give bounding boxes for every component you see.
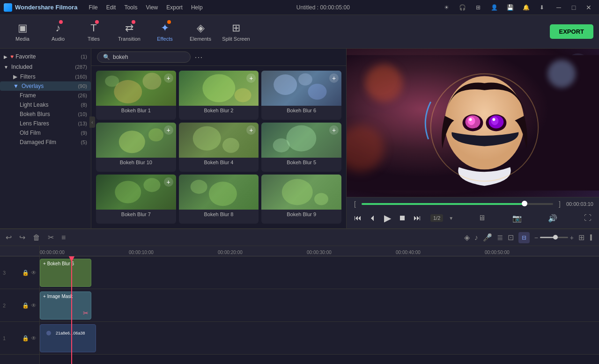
menu-export[interactable]: Export: [163, 3, 186, 12]
progress-bar-container: [ ] 00:00:03:10: [352, 200, 593, 208]
svg-point-10: [192, 126, 221, 151]
track-eye-1[interactable]: 👁: [31, 335, 37, 342]
transition-icon-tl[interactable]: ◈: [464, 233, 470, 242]
sidebar-item-filters[interactable]: ▶ Filters (160): [0, 72, 91, 81]
export-button[interactable]: EXPORT: [550, 24, 593, 39]
included-arrow-icon: ▼: [4, 65, 8, 70]
tool-split-screen[interactable]: ⊞ Split Screen: [219, 17, 253, 46]
effect-card-bokeh-blur-10[interactable]: + Bokeh Blur 10: [96, 123, 176, 172]
headphone-icon[interactable]: 🎧: [456, 1, 469, 14]
clip-video[interactable]: 21a8e6...06a38: [40, 324, 96, 352]
fit-button[interactable]: ⊞: [578, 233, 584, 242]
redo-button[interactable]: ↪: [19, 233, 25, 242]
save-icon[interactable]: 💾: [503, 1, 517, 14]
effect-card-bokeh-blur-8[interactable]: Bokeh Blur 8: [179, 175, 259, 224]
effect-card-bokeh-blur-7[interactable]: + Bokeh Blur 7: [96, 175, 176, 224]
tool-effects[interactable]: ✦ Effects: [148, 17, 182, 46]
sidebar-item-frame[interactable]: Frame (26): [0, 91, 91, 100]
bracket-right-icon[interactable]: ]: [557, 200, 562, 208]
track-eye-3[interactable]: 👁: [31, 269, 37, 276]
tool-media[interactable]: ▣ Media: [6, 17, 39, 46]
app-name: Wondershare Filmora: [15, 4, 77, 11]
minimize-button[interactable]: ─: [552, 2, 565, 13]
zoom-slider[interactable]: [540, 237, 568, 238]
delete-button[interactable]: 🗑: [33, 233, 40, 242]
download-icon[interactable]: ⬇: [535, 1, 548, 14]
volume-icon[interactable]: 🔊: [546, 212, 559, 225]
sidebar-count-bokeh-blurs: (10): [78, 111, 87, 117]
sidebar-item-old-film[interactable]: Old Film (9): [0, 128, 91, 138]
effect-name-bokeh-blur-1: Bokeh Blur 1: [96, 106, 176, 115]
close-button[interactable]: ✕: [582, 2, 595, 13]
menu-edit[interactable]: Edit: [103, 3, 120, 12]
track-lock-1[interactable]: 🔒: [22, 335, 29, 342]
bracket-left-icon[interactable]: [: [352, 200, 358, 208]
stop-button[interactable]: ⏹: [397, 212, 408, 224]
grid-toggle-icon[interactable]: ⋯: [194, 52, 203, 62]
audio-icon-tl[interactable]: ♪: [474, 233, 478, 242]
menu-tools[interactable]: Tools: [120, 3, 141, 12]
effect-card-bokeh-blur-2[interactable]: + Bokeh Blur 2: [179, 71, 259, 120]
sidebar-item-lens-flares[interactable]: Lens Flares (13): [0, 119, 91, 128]
effect-card-bokeh-blur-4[interactable]: + Bokeh Blur 4: [179, 123, 259, 172]
play-button[interactable]: ▶: [382, 211, 393, 226]
effect-thumb-bokeh-blur-7: +: [96, 175, 176, 210]
fullscreen-icon[interactable]: ⛶: [582, 212, 593, 224]
scissors-button[interactable]: ✂: [48, 233, 54, 242]
tool-elements[interactable]: ◈ Elements: [184, 17, 217, 46]
ruler-mark-4: 00:00:40:00: [396, 246, 421, 256]
snap-button[interactable]: ⊟: [518, 232, 530, 243]
clip-bokeh-blur-6[interactable]: + Bokeh Blur 6: [40, 259, 91, 287]
sun-icon[interactable]: ☀: [440, 1, 453, 14]
scissors-indicator: ✂: [83, 309, 89, 317]
svg-point-13: [273, 138, 290, 153]
sidebar-item-favorite[interactable]: ▶ ♥ Favorite (1): [0, 51, 91, 62]
menu-view[interactable]: View: [142, 3, 162, 12]
sidebar-toggle[interactable]: ‹: [89, 116, 95, 128]
progress-bar[interactable]: [362, 203, 553, 205]
search-box[interactable]: 🔍: [97, 51, 191, 63]
step-fwd-button[interactable]: ⏭: [412, 212, 423, 224]
ruler-mark-2: 00:00:20:00: [218, 246, 243, 256]
bell-icon[interactable]: 🔔: [519, 1, 532, 14]
effect-card-bokeh-blur-9[interactable]: Bokeh Blur 9: [261, 175, 341, 224]
step-back-button[interactable]: ⏴: [367, 212, 378, 224]
tool-audio[interactable]: ♪ Audio: [41, 17, 75, 46]
screenshot-icon[interactable]: 📷: [510, 212, 524, 225]
elements-icon[interactable]: ⊞: [472, 1, 485, 14]
voice-icon-tl[interactable]: 🎤: [483, 233, 492, 242]
rewind-button[interactable]: ⏮: [352, 212, 363, 224]
expand-button[interactable]: ⫿: [589, 233, 593, 242]
clip-image-mask[interactable]: + Image Mask ✂: [40, 291, 91, 320]
effect-card-bokeh-blur-6[interactable]: + Bokeh Blur 6: [261, 71, 341, 120]
sidebar-item-damaged-film[interactable]: Damaged Film (5): [0, 138, 91, 147]
overlay-icon-tl[interactable]: ⊡: [508, 233, 514, 242]
zoom-out-button[interactable]: −: [534, 234, 538, 241]
sidebar-item-overlays[interactable]: ▼ Overlays (90): [0, 81, 91, 91]
effect-card-bokeh-blur-5[interactable]: + Bokeh Blur 5: [261, 123, 341, 172]
zoom-in-button[interactable]: +: [570, 234, 574, 241]
search-input[interactable]: [113, 54, 185, 60]
playhead[interactable]: [71, 256, 72, 364]
captions-icon-tl[interactable]: ≣: [497, 233, 503, 242]
settings-button[interactable]: ≡: [61, 233, 66, 242]
sidebar-item-included[interactable]: ▼ Included (287): [0, 62, 91, 72]
sidebar-item-light-leaks[interactable]: Light Leaks (8): [0, 100, 91, 109]
monitor-icon[interactable]: 🖥: [476, 212, 488, 224]
menu-file[interactable]: File: [85, 3, 101, 12]
svg-point-3: [202, 74, 235, 102]
undo-button[interactable]: ↩: [6, 233, 12, 242]
maximize-button[interactable]: □: [567, 2, 580, 13]
track-lock-2[interactable]: 🔒: [22, 302, 29, 309]
effect-card-bokeh-blur-1[interactable]: + Bokeh Blur 1: [96, 71, 176, 120]
tool-titles[interactable]: T Titles: [77, 17, 111, 46]
menu-help[interactable]: Help: [187, 3, 207, 12]
sidebar-item-bokeh-blurs[interactable]: Bokeh Blurs (10): [0, 109, 91, 119]
sidebar-label-old-film: Old Film: [20, 130, 81, 136]
effect-thumb-bokeh-blur-8: [179, 175, 259, 210]
tool-transition[interactable]: ⇄ Transition: [112, 17, 146, 46]
profile-icon[interactable]: 👤: [488, 1, 501, 14]
track-lock-3[interactable]: 🔒: [22, 269, 29, 276]
timeline-scroll-area[interactable]: 00:00:00:00 00:00:10:00 00:00:20:00 00:0…: [40, 246, 599, 364]
track-eye-2[interactable]: 👁: [31, 302, 37, 309]
